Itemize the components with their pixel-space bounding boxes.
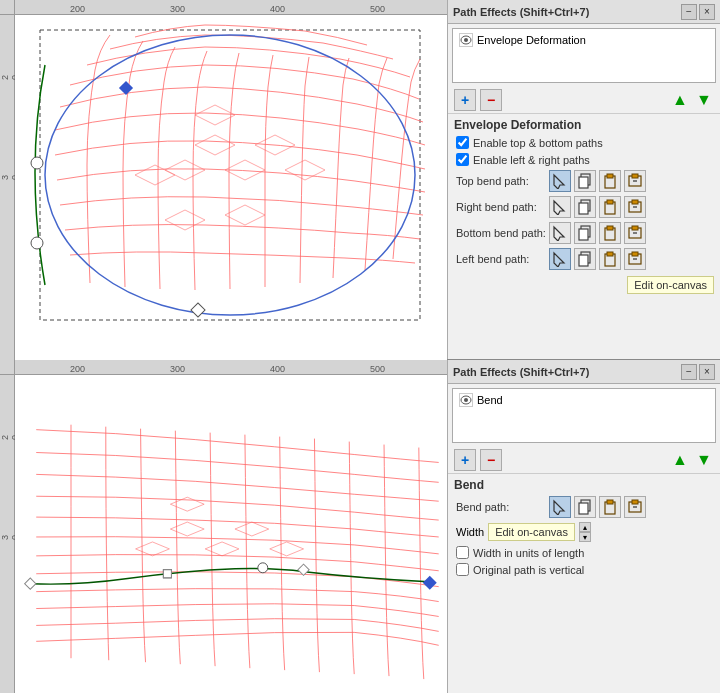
arrow-up-icon: ▲ (672, 91, 688, 109)
svg-point-13 (31, 237, 43, 249)
left-bend-copy-btn[interactable] (574, 248, 596, 270)
left-bend-link-btn[interactable] (624, 248, 646, 270)
bottom-panel-minimize[interactable]: − (681, 364, 697, 380)
top-panel-close[interactable]: × (699, 4, 715, 20)
top-bend-edit-btn[interactable] (549, 170, 571, 192)
left-bend-paste-btn[interactable] (599, 248, 621, 270)
top-half: 200 300 400 500 200 300 (0, 0, 720, 360)
bottom-bend-link-btn[interactable] (624, 222, 646, 244)
width-label: Width (456, 526, 484, 538)
top-panel-minimize[interactable]: − (681, 4, 697, 20)
svg-rect-18 (579, 177, 588, 188)
svg-rect-36 (579, 255, 588, 266)
top-panel-title: Path Effects (Shift+Ctrl+7) (453, 6, 589, 18)
ruler-corner-top (0, 0, 15, 15)
right-bend-path-row: Right bend path: (448, 194, 720, 220)
top-canvas-area: 200 300 400 500 200 300 (0, 0, 447, 360)
enable-left-right-checkbox[interactable] (456, 153, 469, 166)
svg-rect-14 (191, 303, 205, 317)
bottom-move-down-button[interactable]: ▼ (694, 450, 714, 470)
svg-rect-59 (607, 500, 613, 504)
bend-path-copy-btn[interactable] (574, 496, 596, 518)
bend-path-link-btn[interactable] (624, 496, 646, 518)
arrow-down-icon: ▼ (696, 91, 712, 109)
svg-marker-9 (165, 210, 205, 230)
width-row: Width Edit on-canvas ▴ ▾ (448, 520, 720, 544)
bottom-effect-item[interactable]: Bend (455, 391, 713, 409)
effect-eye-icon[interactable] (459, 33, 473, 47)
bottom-ruler-h: 200 300 400 500 (15, 360, 447, 375)
left-bend-edit-btn[interactable] (549, 248, 571, 270)
svg-rect-51 (25, 578, 36, 589)
svg-point-12 (31, 157, 43, 169)
right-bend-edit-btn[interactable] (549, 196, 571, 218)
top-effect-name: Envelope Deformation (477, 34, 586, 46)
svg-marker-41 (170, 522, 204, 536)
bottom-ruler-mark-400: 400 (270, 364, 285, 374)
bend-path-row: Bend path: (448, 494, 720, 520)
left-bend-path-row: Left bend path: (448, 246, 720, 272)
ruler-mark-200: 200 (70, 4, 85, 14)
right-bend-label: Right bend path: (456, 201, 546, 213)
bottom-bend-label: Bottom bend path: (456, 227, 546, 239)
svg-point-55 (464, 398, 468, 402)
width-units-checkbox[interactable] (456, 546, 469, 559)
bottom-effect-eye-icon[interactable] (459, 393, 473, 407)
bottom-bend-paste-btn[interactable] (599, 222, 621, 244)
top-ruler-v: 200 300 (0, 15, 15, 360)
top-bend-path-row: Top bend path: (448, 168, 720, 194)
svg-rect-24 (579, 203, 588, 214)
top-panel-header: Path Effects (Shift+Ctrl+7) − × (448, 0, 720, 24)
spin-up-btn[interactable]: ▴ (579, 522, 591, 532)
width-spin[interactable]: ▴ ▾ (579, 522, 591, 542)
bottom-effect-name: Bend (477, 394, 503, 406)
right-bend-link-btn[interactable] (624, 196, 646, 218)
bottom-ruler-v: 200 300 (0, 375, 15, 693)
top-bend-paste-btn[interactable] (599, 170, 621, 192)
top-section-title: Envelope Deformation (448, 114, 720, 134)
bend-path-label: Bend path: (456, 501, 546, 513)
bottom-panel-close[interactable]: × (699, 364, 715, 380)
top-bend-copy-btn[interactable] (574, 170, 596, 192)
bend-path-edit-btn[interactable] (549, 496, 571, 518)
enable-top-bottom-checkbox[interactable] (456, 136, 469, 149)
width-units-label: Width in units of length (473, 547, 584, 559)
svg-marker-43 (235, 522, 269, 536)
bend-path-paste-btn[interactable] (599, 496, 621, 518)
move-down-button[interactable]: ▼ (694, 90, 714, 110)
top-drawing-area (15, 15, 447, 360)
bottom-edit-tooltip: Edit on-canvas (488, 523, 575, 541)
svg-rect-34 (632, 226, 638, 230)
svg-marker-8 (225, 205, 265, 225)
svg-rect-49 (163, 570, 171, 578)
top-effect-item[interactable]: Envelope Deformation (455, 31, 713, 49)
right-bend-paste-btn[interactable] (599, 196, 621, 218)
spin-down-btn[interactable]: ▾ (579, 532, 591, 542)
svg-rect-20 (607, 174, 613, 178)
right-bend-copy-btn[interactable] (574, 196, 596, 218)
bottom-move-up-button[interactable]: ▲ (670, 450, 690, 470)
svg-marker-45 (270, 542, 304, 556)
add-effect-button[interactable]: + (454, 89, 476, 111)
top-edit-tooltip: Edit on-canvas (627, 276, 714, 294)
ruler-mark-400: 400 (270, 4, 285, 14)
svg-rect-11 (119, 81, 133, 95)
svg-rect-61 (632, 500, 638, 504)
bottom-half: 200 300 400 500 200 300 (0, 360, 720, 693)
ruler-corner-bottom (0, 360, 15, 375)
bottom-bend-edit-btn[interactable] (549, 222, 571, 244)
bottom-add-effect-button[interactable]: + (454, 449, 476, 471)
svg-rect-22 (632, 174, 638, 178)
top-bend-label: Top bend path: (456, 175, 546, 187)
remove-effect-button[interactable]: − (480, 89, 502, 111)
svg-rect-32 (607, 226, 613, 230)
svg-point-16 (464, 38, 468, 42)
move-up-button[interactable]: ▲ (670, 90, 690, 110)
bottom-bend-copy-btn[interactable] (574, 222, 596, 244)
bottom-bend-path-row: Bottom bend path: (448, 220, 720, 246)
svg-rect-57 (579, 503, 588, 514)
vertical-path-checkbox[interactable] (456, 563, 469, 576)
bottom-remove-effect-button[interactable]: − (480, 449, 502, 471)
main-container: 200 300 400 500 200 300 (0, 0, 720, 693)
top-bend-link-btn[interactable] (624, 170, 646, 192)
